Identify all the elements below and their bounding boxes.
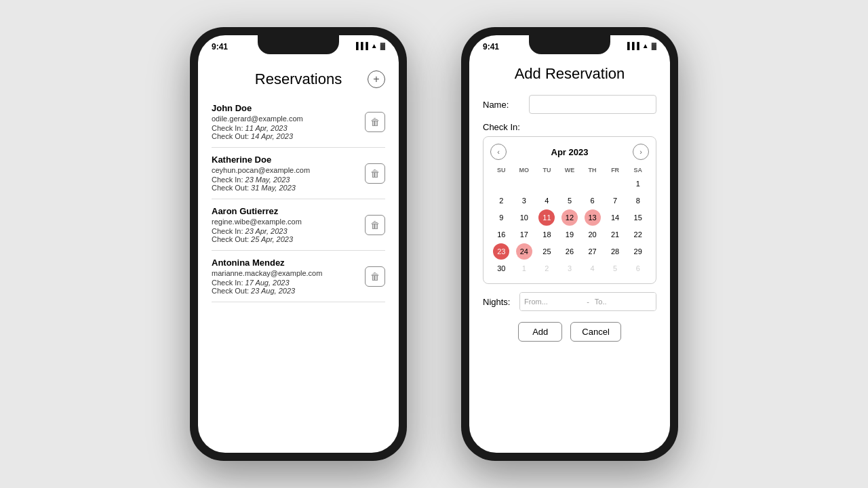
cal-day-6[interactable]: 6	[585, 192, 601, 209]
cancel-button[interactable]: Cancel	[570, 322, 620, 342]
reservation-name: John Doe	[212, 103, 365, 113]
calendar: ‹ Apr 2023 › SU MO TU WE TH FR SA	[483, 136, 656, 284]
status-time-1: 9:41	[212, 42, 228, 52]
reservation-name: Antonina Mendez	[212, 258, 365, 268]
cal-day-om-1[interactable]: 1	[516, 260, 532, 277]
dow-th: TH	[581, 165, 604, 175]
battery-icon-2: ▓	[652, 42, 656, 49]
nights-to[interactable]: To..	[591, 293, 656, 310]
reservation-checkin: Check In: 17 Aug, 2023	[212, 279, 365, 287]
phone-reservations: 9:41 ▐▐▐ ▲ ▓ Reservations + John Doe odi…	[190, 27, 407, 461]
reservation-info: John Doe odile.gerard@example.com Check …	[212, 103, 365, 140]
cal-day-3[interactable]: 3	[516, 192, 532, 209]
nights-row: Nights: From... - To..	[483, 292, 656, 311]
reservation-email: regine.wibe@example.com	[212, 218, 365, 226]
cal-day-8[interactable]: 8	[630, 192, 646, 209]
cal-day-11[interactable]: 11	[538, 209, 555, 226]
cal-day-empty	[538, 176, 555, 192]
delete-button-2[interactable]: 🗑	[365, 215, 385, 235]
dow-mo: MO	[513, 165, 536, 175]
cal-day-om-3[interactable]: 3	[561, 260, 578, 277]
add-reservation-button[interactable]: +	[368, 70, 385, 88]
name-row: Name:	[483, 95, 656, 114]
nights-input-group: From... - To..	[519, 292, 656, 311]
phone-screen-1: 9:41 ▐▐▐ ▲ ▓ Reservations + John Doe odi…	[198, 35, 399, 453]
wifi-icon: ▲	[371, 42, 378, 49]
cal-day-23[interactable]: 23	[493, 243, 509, 260]
dow-tu: TU	[536, 165, 558, 175]
cal-day-om-6[interactable]: 6	[630, 260, 646, 277]
name-label: Name:	[483, 100, 524, 110]
cal-day-empty	[516, 176, 532, 192]
cal-day-26[interactable]: 26	[561, 243, 578, 260]
cal-day-2[interactable]: 2	[493, 192, 509, 209]
cal-day-4[interactable]: 4	[538, 192, 555, 209]
cal-day-5[interactable]: 5	[561, 192, 578, 209]
cal-day-9[interactable]: 9	[493, 209, 509, 226]
phone-notch-2	[529, 35, 610, 54]
reservation-info: Antonina Mendez marianne.mackay@example.…	[212, 258, 365, 295]
cal-day-19[interactable]: 19	[561, 226, 578, 243]
cal-day-empty	[561, 176, 578, 192]
calendar-header: ‹ Apr 2023 ›	[490, 144, 649, 160]
add-reservation-screen: Add Reservation Name: Check In: ‹ Apr 20…	[469, 65, 670, 453]
cal-day-21[interactable]: 21	[607, 226, 623, 243]
status-icons-1: ▐▐▐ ▲ ▓	[354, 42, 385, 49]
cal-day-28[interactable]: 28	[607, 243, 623, 260]
cal-day-om-2[interactable]: 2	[538, 260, 555, 277]
status-time-2: 9:41	[483, 42, 499, 52]
cal-day-29[interactable]: 29	[630, 243, 646, 260]
nights-from[interactable]: From...	[520, 293, 585, 310]
add-reservation-title: Add Reservation	[483, 65, 656, 83]
add-button[interactable]: Add	[518, 322, 562, 342]
nights-label: Nights:	[483, 297, 515, 307]
reservation-checkout: Check Out: 31 May, 2023	[212, 184, 365, 192]
cal-day-16[interactable]: 16	[493, 226, 509, 243]
reservation-checkin: Check In: 11 Apr, 2023	[212, 124, 365, 132]
cal-day-1[interactable]: 1	[630, 176, 646, 192]
cal-day-12[interactable]: 12	[561, 209, 578, 226]
reservations-screen: Reservations + John Doe odile.gerard@exa…	[198, 65, 399, 453]
cal-day-25[interactable]: 25	[538, 243, 555, 260]
phone-screen-2: 9:41 ▐▐▐ ▲ ▓ Add Reservation Name: Check…	[469, 35, 670, 453]
cal-day-om-4[interactable]: 4	[585, 260, 601, 277]
reservation-email: marianne.mackay@example.com	[212, 269, 365, 277]
cal-day-22[interactable]: 22	[630, 226, 646, 243]
delete-button-1[interactable]: 🗑	[365, 163, 385, 184]
cal-day-17[interactable]: 17	[516, 226, 532, 243]
reservation-info: Katherine Doe ceyhun.pocan@example.com C…	[212, 155, 365, 192]
cal-day-15[interactable]: 15	[630, 209, 646, 226]
status-icons-2: ▐▐▐ ▲ ▓	[625, 42, 656, 49]
delete-button-3[interactable]: 🗑	[365, 266, 385, 287]
reservation-list: John Doe odile.gerard@example.com Check …	[198, 96, 399, 302]
reservation-name: Aaron Gutierrez	[212, 206, 365, 216]
reservation-checkout: Check Out: 14 Apr, 2023	[212, 132, 365, 140]
cal-day-24[interactable]: 24	[516, 243, 532, 260]
cal-day-27[interactable]: 27	[585, 243, 601, 260]
delete-button-0[interactable]: 🗑	[365, 112, 385, 132]
reservation-item: John Doe odile.gerard@example.com Check …	[212, 96, 385, 148]
reservations-header: Reservations +	[198, 65, 399, 96]
calendar-prev-button[interactable]: ‹	[490, 144, 507, 160]
cal-day-20[interactable]: 20	[585, 226, 601, 243]
reservation-email: odile.gerard@example.com	[212, 115, 365, 123]
cal-day-13[interactable]: 13	[585, 209, 601, 226]
reservation-email: ceyhun.pocan@example.com	[212, 166, 365, 174]
calendar-next-button[interactable]: ›	[633, 144, 649, 160]
dow-sa: SA	[627, 165, 649, 175]
phone-add-reservation: 9:41 ▐▐▐ ▲ ▓ Add Reservation Name: Check…	[461, 27, 678, 461]
cal-day-14[interactable]: 14	[607, 209, 623, 226]
name-input[interactable]	[529, 95, 656, 114]
cal-day-om-5[interactable]: 5	[607, 260, 623, 277]
cal-day-7[interactable]: 7	[607, 192, 623, 209]
cal-day-30[interactable]: 30	[493, 260, 509, 277]
phone-notch	[258, 35, 339, 54]
cal-day-18[interactable]: 18	[538, 226, 555, 243]
calendar-grid: SU MO TU WE TH FR SA 1 2	[490, 165, 649, 277]
check-in-label: Check In:	[483, 122, 656, 132]
cal-day-empty	[607, 176, 623, 192]
reservations-title: Reservations	[255, 70, 342, 88]
signal-icon: ▐▐▐	[354, 42, 368, 49]
cal-day-10[interactable]: 10	[516, 209, 532, 226]
dow-fr: FR	[604, 165, 627, 175]
